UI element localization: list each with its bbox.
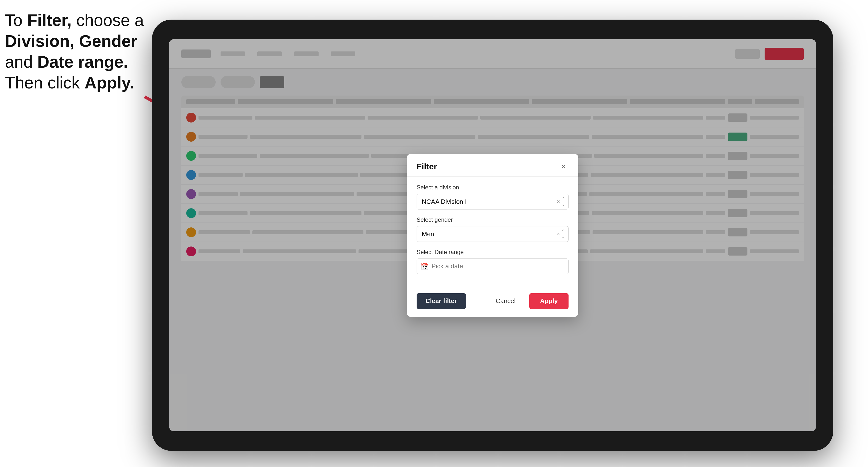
tablet-frame: Filter × Select a division NCAA Division… xyxy=(152,20,833,451)
modal-footer-right: Cancel Apply xyxy=(487,293,568,309)
tablet-screen: Filter × Select a division NCAA Division… xyxy=(169,39,816,431)
modal-footer: Clear filter Cancel Apply xyxy=(407,288,578,317)
modal-body: Select a division NCAA Division I NCAA D… xyxy=(407,177,578,288)
clear-filter-button[interactable]: Clear filter xyxy=(416,293,466,309)
filter-modal: Filter × Select a division NCAA Division… xyxy=(407,154,578,317)
division-gender-bold: Division, Gender xyxy=(5,32,137,50)
division-select[interactable]: NCAA Division I NCAA Division II NCAA Di… xyxy=(416,194,568,210)
gender-select[interactable]: Men Women Co-ed xyxy=(416,226,568,242)
date-form-group: Select Date range 📅 xyxy=(416,249,568,274)
cancel-button[interactable]: Cancel xyxy=(487,293,524,309)
modal-title: Filter xyxy=(416,162,437,171)
gender-form-group: Select gender Men Women Co-ed × ⌃⌄ xyxy=(416,216,568,242)
modal-header: Filter × xyxy=(407,154,578,177)
apply-button[interactable]: Apply xyxy=(529,293,568,309)
date-input-wrapper[interactable]: 📅 xyxy=(416,258,568,274)
division-select-wrapper[interactable]: NCAA Division I NCAA Division II NCAA Di… xyxy=(416,194,568,210)
division-form-group: Select a division NCAA Division I NCAA D… xyxy=(416,184,568,210)
date-label: Select Date range xyxy=(416,249,568,255)
instruction-text: To Filter, choose a Division, Gender and… xyxy=(5,10,147,93)
apply-bold: Apply. xyxy=(85,73,134,92)
filter-bold: Filter, xyxy=(27,11,71,29)
date-range-bold: Date range. xyxy=(37,53,128,71)
date-input[interactable] xyxy=(416,258,568,274)
modal-overlay: Filter × Select a division NCAA Division… xyxy=(169,39,816,431)
division-label: Select a division xyxy=(416,184,568,191)
gender-label: Select gender xyxy=(416,216,568,223)
modal-close-button[interactable]: × xyxy=(559,162,568,172)
gender-select-wrapper[interactable]: Men Women Co-ed × ⌃⌄ xyxy=(416,226,568,242)
